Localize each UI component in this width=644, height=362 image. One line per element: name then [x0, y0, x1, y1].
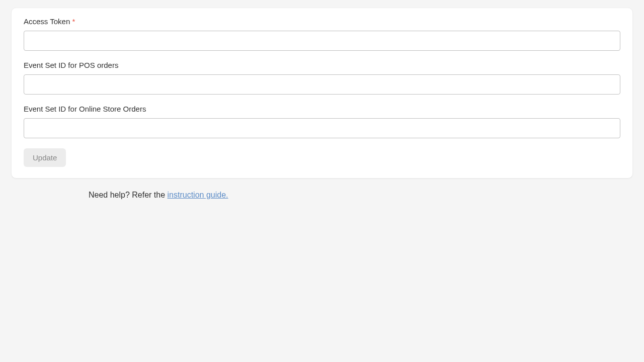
required-asterisk: * [72, 17, 75, 26]
settings-card: Access Token * Event Set ID for POS orde… [11, 8, 633, 178]
event-set-online-input[interactable] [24, 118, 620, 138]
event-set-pos-input[interactable] [24, 74, 620, 95]
event-set-online-field: Event Set ID for Online Store Orders [24, 105, 620, 138]
event-set-pos-field: Event Set ID for POS orders [24, 61, 620, 95]
update-button[interactable]: Update [24, 148, 66, 167]
access-token-input[interactable] [24, 31, 620, 51]
event-set-online-label: Event Set ID for Online Store Orders [24, 105, 620, 113]
access-token-label: Access Token * [24, 17, 620, 26]
access-token-label-text: Access Token [24, 17, 70, 26]
event-set-pos-label: Event Set ID for POS orders [24, 61, 620, 69]
instruction-guide-link[interactable]: instruction guide. [168, 191, 228, 199]
help-prefix: Need help? Refer the [89, 191, 168, 199]
help-text: Need help? Refer the instruction guide. [89, 191, 633, 200]
access-token-field: Access Token * [24, 17, 620, 51]
